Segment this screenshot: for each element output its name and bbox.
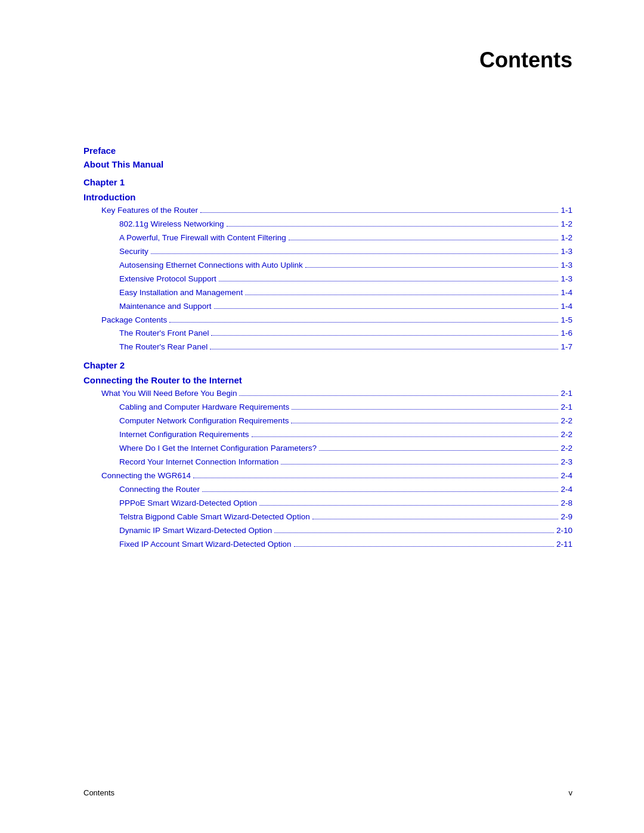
toc-entry[interactable]: Computer Network Configuration Requireme… bbox=[83, 414, 572, 428]
toc-entry-text: Package Contents bbox=[101, 314, 167, 327]
toc-page-num: 1-1 bbox=[561, 204, 572, 218]
toc-entry[interactable]: Telstra Bigpond Cable Smart Wizard-Detec… bbox=[83, 510, 572, 524]
toc-dots bbox=[193, 478, 558, 478]
toc-dots bbox=[227, 226, 559, 227]
toc-entry[interactable]: Easy Installation and Management1-4 bbox=[83, 286, 572, 300]
toc-entry-text: What You Will Need Before You Begin bbox=[101, 387, 237, 401]
toc-entry-text: Dynamic IP Smart Wizard-Detected Option bbox=[119, 524, 272, 538]
toc-page-num: 1-3 bbox=[561, 245, 572, 259]
toc-page-num: 1-6 bbox=[561, 327, 572, 340]
toc-page-num: 2-10 bbox=[556, 524, 572, 538]
toc-page-num: 2-9 bbox=[561, 510, 572, 524]
toc-page-num: 1-3 bbox=[561, 272, 572, 286]
toc-entry[interactable]: A Powerful, True Firewall with Content F… bbox=[83, 231, 572, 245]
toc-page-num: 2-2 bbox=[561, 428, 572, 442]
toc-entry-text: The Router's Front Panel bbox=[119, 327, 209, 340]
toc-entry[interactable]: What You Will Need Before You Begin2-1 bbox=[83, 387, 572, 401]
toc-page-num: 2-2 bbox=[561, 414, 572, 428]
chapter2-label1[interactable]: Chapter 2 bbox=[83, 359, 572, 373]
toc-entry[interactable]: Autosensing Ethernet Connections with Au… bbox=[83, 259, 572, 272]
toc-entry[interactable]: Internet Configuration Requirements2-2 bbox=[83, 428, 572, 442]
chapter1-label1[interactable]: Chapter 1 bbox=[83, 176, 572, 190]
toc-page-num: 1-3 bbox=[561, 259, 572, 272]
toc-entry-text: Record Your Internet Connection Informat… bbox=[119, 456, 278, 469]
preface-label2[interactable]: About This Manual bbox=[83, 158, 572, 172]
toc-entry-text: Maintenance and Support bbox=[119, 300, 212, 314]
chapter1-section: Chapter 1 Introduction Key Features of t… bbox=[83, 176, 572, 354]
toc-entry[interactable]: Record Your Internet Connection Informat… bbox=[83, 456, 572, 469]
toc-entry[interactable]: 802.11g Wireless Networking1-2 bbox=[83, 218, 572, 231]
footer-left: Contents bbox=[83, 788, 114, 797]
toc-entry-text: Connecting the WGR614 bbox=[101, 469, 191, 483]
toc-page-num: 1-4 bbox=[561, 300, 572, 314]
toc-entry-text: Fixed IP Account Smart Wizard-Detected O… bbox=[119, 538, 292, 552]
toc-entry[interactable]: Fixed IP Account Smart Wizard-Detected O… bbox=[83, 538, 572, 552]
toc-entry-text: Extensive Protocol Support bbox=[119, 272, 216, 286]
toc-entry[interactable]: Security1-3 bbox=[83, 245, 572, 259]
toc-dots bbox=[259, 505, 558, 506]
chapter1-label2[interactable]: Introduction bbox=[83, 191, 572, 205]
toc-dots bbox=[281, 464, 558, 465]
chapter1-entries: Key Features of the Router1-1802.11g Wir… bbox=[83, 204, 572, 354]
toc-dots bbox=[252, 436, 559, 437]
toc-dots bbox=[245, 295, 558, 295]
preface-section: Preface About This Manual bbox=[83, 144, 572, 171]
toc-entry[interactable]: Key Features of the Router1-1 bbox=[83, 204, 572, 218]
toc-dots bbox=[219, 281, 559, 281]
toc-page-num: 1-5 bbox=[561, 314, 572, 327]
toc-dots bbox=[319, 450, 559, 451]
toc-dots bbox=[151, 253, 559, 254]
toc-entry-text: The Router's Rear Panel bbox=[119, 340, 208, 354]
toc-dots bbox=[294, 546, 554, 547]
toc-dots bbox=[274, 532, 554, 533]
toc-page-num: 2-8 bbox=[561, 497, 572, 510]
toc-entry-text: 802.11g Wireless Networking bbox=[119, 218, 224, 231]
page: Contents Preface About This Manual Chapt… bbox=[0, 0, 644, 833]
toc-entry[interactable]: Extensive Protocol Support1-3 bbox=[83, 272, 572, 286]
toc-entry-text: Autosensing Ethernet Connections with Au… bbox=[119, 259, 303, 272]
chapter2-section: Chapter 2 Connecting the Router to the I… bbox=[83, 359, 572, 551]
toc-page-num: 2-4 bbox=[561, 469, 572, 483]
toc-dots bbox=[289, 240, 559, 240]
toc-page-num: 2-11 bbox=[556, 538, 572, 552]
toc-entry[interactable]: The Router's Front Panel1-6 bbox=[83, 327, 572, 340]
toc-entry-text: Cabling and Computer Hardware Requiremen… bbox=[119, 401, 289, 414]
toc-entry-text: PPPoE Smart Wizard-Detected Option bbox=[119, 497, 257, 510]
toc-dots bbox=[214, 308, 559, 309]
toc-entry-text: Easy Installation and Management bbox=[119, 286, 243, 300]
footer-right: v bbox=[569, 788, 573, 797]
toc-dots bbox=[210, 349, 558, 349]
toc-entry[interactable]: Where Do I Get the Internet Configuratio… bbox=[83, 442, 572, 456]
toc-page-num: 2-1 bbox=[561, 387, 572, 401]
toc-entry-text: Security bbox=[119, 245, 148, 259]
page-title: Contents bbox=[83, 48, 572, 73]
toc-dots bbox=[292, 409, 558, 410]
toc-entry-text: Connecting the Router bbox=[119, 483, 200, 497]
toc-dots bbox=[200, 212, 558, 213]
toc-dots bbox=[202, 491, 558, 492]
toc-page-num: 1-2 bbox=[561, 218, 572, 231]
chapter2-entries: What You Will Need Before You Begin2-1Ca… bbox=[83, 387, 572, 551]
preface-label1[interactable]: Preface bbox=[83, 144, 572, 158]
toc-entry-text: Internet Configuration Requirements bbox=[119, 428, 249, 442]
toc-entry[interactable]: Dynamic IP Smart Wizard-Detected Option2… bbox=[83, 524, 572, 538]
toc-entry[interactable]: Cabling and Computer Hardware Requiremen… bbox=[83, 401, 572, 414]
toc-dots bbox=[312, 519, 559, 519]
toc-entry[interactable]: Maintenance and Support1-4 bbox=[83, 300, 572, 314]
toc-entry-text: Where Do I Get the Internet Configuratio… bbox=[119, 442, 317, 456]
toc-page-num: 2-2 bbox=[561, 442, 572, 456]
toc-entry[interactable]: Connecting the WGR6142-4 bbox=[83, 469, 572, 483]
toc-entry[interactable]: PPPoE Smart Wizard-Detected Option2-8 bbox=[83, 497, 572, 510]
toc-entry[interactable]: Connecting the Router2-4 bbox=[83, 483, 572, 497]
toc-page-num: 1-2 bbox=[561, 231, 572, 245]
toc-entry-text: Telstra Bigpond Cable Smart Wizard-Detec… bbox=[119, 510, 310, 524]
toc-entry-text: Key Features of the Router bbox=[101, 204, 198, 218]
toc-dots bbox=[211, 335, 558, 336]
chapter2-label2[interactable]: Connecting the Router to the Internet bbox=[83, 374, 572, 388]
footer: Contents v bbox=[83, 788, 572, 797]
toc-entry[interactable]: Package Contents1-5 bbox=[83, 314, 572, 327]
toc-page-num: 2-3 bbox=[561, 456, 572, 469]
toc-dots bbox=[305, 267, 559, 268]
toc-page-num: 1-4 bbox=[561, 286, 572, 300]
toc-entry[interactable]: The Router's Rear Panel1-7 bbox=[83, 340, 572, 354]
